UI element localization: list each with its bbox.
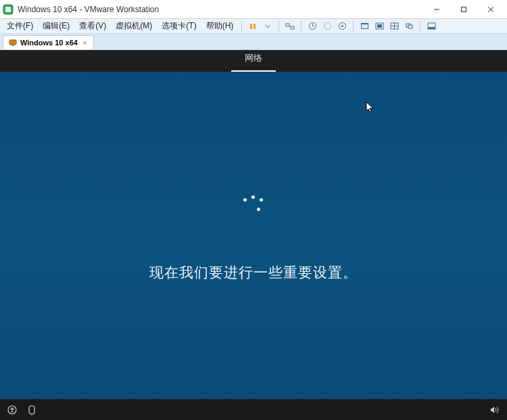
svg-rect-6 bbox=[250, 24, 252, 29]
send-ctrl-alt-del-icon[interactable] bbox=[283, 20, 297, 32]
close-button[interactable] bbox=[477, 1, 504, 18]
ease-of-access-icon[interactable] bbox=[7, 404, 18, 415]
maximize-button[interactable] bbox=[450, 1, 477, 18]
tab-close-icon[interactable]: × bbox=[81, 39, 88, 47]
vm-tab-label: Windows 10 x64 bbox=[20, 39, 78, 47]
separator bbox=[353, 21, 354, 32]
dropdown-icon[interactable] bbox=[261, 20, 274, 32]
svg-rect-8 bbox=[286, 24, 289, 26]
window-controls bbox=[423, 1, 504, 18]
svg-rect-26 bbox=[428, 27, 435, 29]
oobe-body: 现在我们要进行一些重要设置。 bbox=[0, 72, 507, 399]
oobe-message: 现在我们要进行一些重要设置。 bbox=[149, 263, 358, 282]
svg-rect-24 bbox=[408, 25, 412, 28]
thumbnail-bar-icon[interactable] bbox=[425, 20, 438, 32]
fullscreen-icon[interactable] bbox=[358, 20, 371, 32]
app-icon bbox=[3, 4, 14, 15]
svg-rect-27 bbox=[9, 40, 16, 45]
menu-help[interactable]: 帮助(H) bbox=[202, 19, 238, 33]
window-title: Windows 10 x64 - VMware Workstation bbox=[18, 5, 423, 14]
tab-bar: Windows 10 x64 × bbox=[0, 34, 507, 50]
cycle-icon[interactable] bbox=[402, 20, 416, 32]
svg-rect-19 bbox=[377, 24, 382, 28]
footer-left bbox=[7, 404, 37, 415]
pause-icon[interactable] bbox=[246, 20, 260, 32]
svg-rect-28 bbox=[11, 45, 14, 46]
menu-vm[interactable]: 虚拟机(M) bbox=[112, 19, 156, 33]
minimize-button[interactable] bbox=[423, 1, 450, 18]
menu-tabs[interactable]: 选项卡(T) bbox=[158, 19, 200, 33]
volume-icon[interactable] bbox=[489, 405, 500, 415]
oobe-header: 网络 bbox=[0, 50, 507, 72]
vm-tab[interactable]: Windows 10 x64 × bbox=[3, 35, 94, 49]
snapshot-take-icon[interactable] bbox=[306, 20, 319, 32]
menu-edit[interactable]: 编辑(E) bbox=[39, 19, 74, 33]
menu-view[interactable]: 查看(V) bbox=[75, 19, 110, 33]
loading-spinner-icon bbox=[237, 189, 270, 223]
stretch-icon[interactable] bbox=[387, 20, 401, 32]
svg-rect-3 bbox=[462, 7, 466, 11]
svg-line-12 bbox=[312, 26, 314, 28]
vm-tab-icon bbox=[9, 39, 17, 47]
svg-rect-30 bbox=[29, 406, 34, 414]
oobe-footer bbox=[0, 399, 507, 420]
separator bbox=[241, 21, 242, 32]
unity-icon[interactable] bbox=[372, 20, 386, 32]
snapshot-revert-icon[interactable] bbox=[320, 20, 334, 32]
titlebar: Windows 10 x64 - VMware Workstation bbox=[0, 0, 507, 19]
svg-rect-7 bbox=[254, 24, 256, 29]
menu-file[interactable]: 文件(F) bbox=[3, 19, 37, 33]
separator bbox=[301, 21, 301, 32]
svg-rect-9 bbox=[291, 26, 294, 29]
ime-icon[interactable] bbox=[27, 404, 37, 415]
vm-viewport[interactable]: 网络 现在我们要进行一些重要设置。 bbox=[0, 50, 507, 420]
svg-rect-17 bbox=[362, 24, 368, 28]
separator bbox=[420, 21, 420, 32]
snapshot-manager-icon[interactable] bbox=[335, 20, 349, 32]
svg-point-15 bbox=[341, 25, 343, 27]
oobe-network-tab: 网络 bbox=[231, 50, 276, 72]
menubar: 文件(F) 编辑(E) 查看(V) 虚拟机(M) 选项卡(T) 帮助(H) bbox=[0, 19, 507, 34]
separator bbox=[279, 21, 279, 32]
svg-rect-1 bbox=[5, 7, 11, 12]
